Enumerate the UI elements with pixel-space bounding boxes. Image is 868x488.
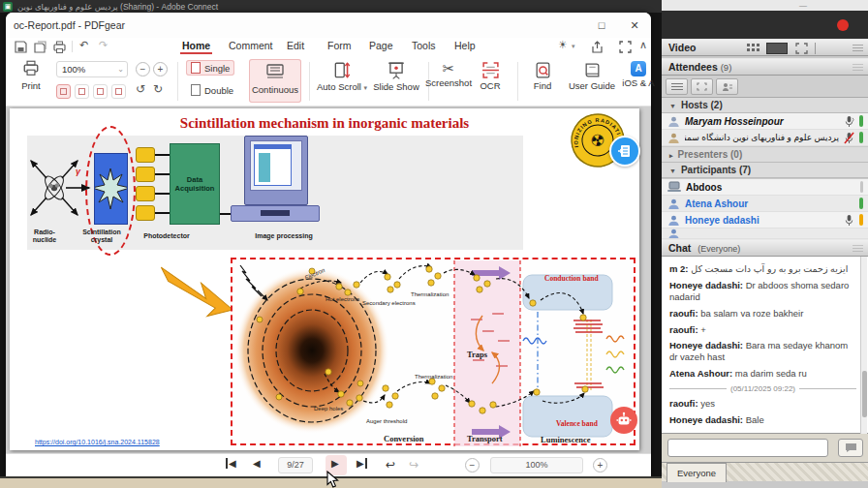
video-pod-header[interactable]: Video — [662, 39, 868, 56]
theme-icon[interactable]: ☀ — [558, 39, 568, 51]
tab-everyone[interactable]: Everyone — [666, 463, 727, 482]
attendee-row-partial[interactable] — [662, 229, 868, 239]
next-page-button[interactable]: ▶ — [331, 458, 339, 469]
monitor-base — [231, 205, 320, 222]
connect-titlebar-shared: ▣ پردیس علوم و فناوریهای نوین (Sharing) … — [0, 0, 662, 13]
zoom-level-status[interactable]: 100% — [490, 457, 583, 473]
filmstrip-view-icon[interactable] — [766, 43, 788, 54]
page-indicator[interactable]: 9/27 — [278, 457, 313, 473]
grid-view-icon[interactable] — [747, 44, 760, 53]
user-guide-button[interactable]: User Guide — [566, 59, 618, 103]
prev-view-button[interactable]: ↩ — [386, 458, 395, 472]
tab-page[interactable]: Page — [367, 39, 395, 52]
find-button[interactable]: Find — [523, 59, 562, 103]
zoom-in-icon[interactable]: + — [153, 62, 168, 76]
attendee-row-abdoos[interactable]: Abdoos — [662, 179, 868, 196]
last-page-button[interactable]: ▶ — [356, 458, 367, 469]
send-message-button[interactable] — [838, 439, 863, 457]
rotate-left-icon[interactable]: ↺ — [136, 82, 145, 96]
video-pod-menu-icon[interactable] — [852, 45, 863, 52]
tab-edit[interactable]: Edit — [285, 39, 306, 52]
collapse-ribbon-icon[interactable]: ∧ — [639, 39, 647, 51]
attendee-row-pardis[interactable]: پردیس علوم و فناوریهای نوین دانشگاه سمنا… — [662, 130, 868, 146]
transport-label: Transport — [467, 434, 503, 443]
zoom-combobox[interactable]: 100%⌄ — [56, 61, 128, 77]
auto-scroll-label: Auto Scroll ▾ — [314, 81, 370, 92]
prev-page-button[interactable]: ◀ — [253, 458, 261, 469]
scrollbar-thumb[interactable] — [862, 371, 867, 417]
share-icon[interactable] — [590, 40, 604, 54]
document-area[interactable]: Scintillation mechanism in inorganic mat… — [6, 107, 651, 453]
double-page-icon — [191, 84, 201, 96]
print-button[interactable]: Print — [12, 59, 50, 91]
fit-page-icon[interactable] — [56, 84, 71, 99]
attendee-row-maryam[interactable]: Maryam Hosseinpour — [662, 113, 868, 130]
zoom-out-status-icon[interactable]: − — [465, 458, 480, 473]
attendee-name: پردیس علوم و فناوریهای نوین دانشگاه سمنا… — [685, 133, 839, 142]
doi-link[interactable]: https://doi.org/10.1016/j.sna.2024.11582… — [35, 439, 160, 445]
find-icon — [534, 61, 552, 79]
attendees-pod-menu-icon[interactable] — [852, 64, 863, 72]
redo-icon[interactable]: ↷ — [99, 39, 108, 51]
tab-form[interactable]: Form — [326, 39, 354, 52]
minimize-icon[interactable]: — — [799, 1, 807, 10]
pdfgear-titlebar[interactable]: oc-Report.pdf - PDFgear □ ✕ — [6, 13, 651, 38]
fit-height-icon[interactable] — [93, 84, 108, 99]
expand-view-icon[interactable] — [795, 43, 808, 54]
slide-show-icon — [387, 61, 406, 80]
attendee-grid-view-button[interactable] — [691, 78, 713, 95]
attendee-list-view-button[interactable] — [666, 78, 688, 95]
chat-messages[interactable]: m 2: ایزیه زحمت برو به رو آپ دات مسجت کل… — [662, 257, 868, 434]
auto-scroll-button[interactable]: Auto Scroll ▾ — [314, 59, 370, 103]
slide-show-button[interactable]: Slide Show — [368, 59, 424, 103]
presenters-section-header[interactable]: ▸Presenters (0) — [662, 147, 868, 163]
chat-scrollbar[interactable] — [860, 257, 867, 434]
first-page-button[interactable]: ◀ — [226, 458, 236, 469]
conversion-label: Conversion — [384, 434, 424, 443]
attendees-pod-header[interactable]: Attendees (9) — [662, 58, 868, 76]
printer-icon — [22, 59, 40, 76]
hosts-section-header[interactable]: ▼Hosts (2) — [662, 98, 868, 113]
fit-width-icon[interactable] — [75, 84, 89, 99]
chat-input[interactable] — [667, 439, 828, 457]
participants-section-header[interactable]: ▼Participants (7) — [662, 163, 868, 178]
thermalization-top-label: Thermalization — [411, 291, 449, 297]
tab-tools[interactable]: Tools — [410, 39, 438, 52]
traps-label: Traps — [467, 350, 487, 359]
attendee-row-atena[interactable]: Atena Ashour — [662, 196, 868, 212]
tab-help[interactable]: Help — [452, 39, 478, 52]
attendee-status-view-button[interactable] — [716, 78, 738, 95]
convert-to-word-button[interactable] — [609, 136, 640, 167]
zoom-out-icon[interactable]: − — [136, 62, 150, 76]
undo-icon[interactable]: ↶ — [79, 39, 88, 51]
single-view-button[interactable]: Single — [186, 60, 234, 76]
chat-pod-header[interactable]: Chat (Everyone) — [662, 239, 868, 257]
continuous-view-button[interactable]: Continuous — [249, 59, 301, 103]
ios-android-button[interactable]: A iOS & A — [622, 59, 655, 103]
next-view-button[interactable]: ↪ — [409, 458, 418, 472]
save-icon[interactable] — [14, 40, 28, 54]
double-view-button[interactable]: Double — [186, 82, 238, 98]
tab-comment[interactable]: Comment — [227, 39, 275, 52]
close-button[interactable]: ✕ — [618, 13, 651, 38]
chat-message: Atena Ashour: ma darim seda ru — [669, 368, 856, 380]
zoom-in-status-icon[interactable]: + — [593, 458, 607, 473]
rotate-right-icon[interactable]: ↻ — [153, 82, 163, 96]
mouse-cursor — [326, 471, 339, 488]
ocr-button[interactable]: OCR — [469, 59, 512, 103]
pointer-arrow — [158, 261, 240, 325]
pdfgear-window-title: oc-Report.pdf - PDFgear — [14, 19, 125, 31]
theme-dropdown-icon[interactable]: ▾ — [572, 43, 575, 50]
chat-pod-menu-icon[interactable] — [852, 245, 863, 253]
tab-home[interactable]: Home — [180, 39, 212, 54]
actual-size-icon[interactable] — [111, 84, 126, 99]
maximize-button[interactable]: □ — [585, 13, 618, 38]
word-doc-icon — [617, 143, 633, 159]
video-pod-title: Video — [668, 42, 696, 53]
ai-assistant-robot-icon[interactable] — [610, 407, 637, 434]
save-all-icon[interactable] — [33, 40, 47, 54]
device-avatar-icon — [667, 181, 681, 193]
fullscreen-icon[interactable] — [618, 40, 633, 54]
attendee-row-honeye[interactable]: Honeye dadashi — [662, 212, 868, 229]
print-quick-icon[interactable] — [52, 40, 67, 54]
